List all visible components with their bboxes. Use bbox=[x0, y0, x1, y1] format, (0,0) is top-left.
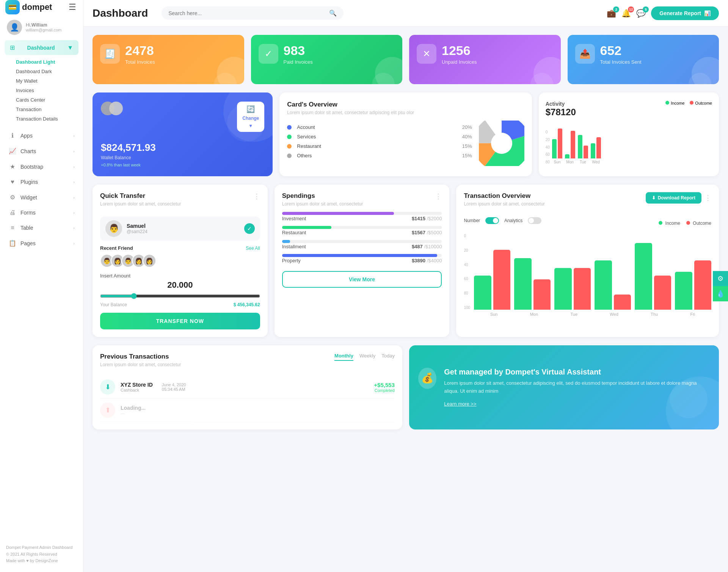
topbar: Dashboard 🔍 💼 2 🔔 12 💬 5 Generate Report… bbox=[83, 0, 728, 27]
bigbar-fri-outcome bbox=[694, 260, 712, 310]
subnav-transaction-details[interactable]: Transaction Details bbox=[12, 114, 83, 124]
sidebar-item-pages[interactable]: 📋Pages › bbox=[5, 236, 78, 251]
bar-wed-income bbox=[591, 143, 595, 158]
subnav-dashboard-light[interactable]: Dashboard Light bbox=[12, 57, 83, 67]
outcome-dot bbox=[690, 101, 693, 105]
recent-friends-avatars: 👨 👩 👨 👩 👩 bbox=[100, 254, 260, 268]
sidebar-item-bootstrap[interactable]: ★Bootstrap › bbox=[5, 159, 78, 174]
water-side-icon[interactable]: 💧 bbox=[713, 286, 728, 301]
sidebar-item-table[interactable]: ≡Table › bbox=[5, 221, 78, 235]
plugins-icon: ♥ bbox=[8, 179, 17, 185]
spendings-menu-icon[interactable]: ⋮ bbox=[435, 192, 442, 201]
balance-row: Your Balance $ 456,345.62 bbox=[100, 302, 260, 307]
stat-icon-invoices: 🧾 bbox=[100, 44, 120, 64]
pages-chevron: › bbox=[73, 241, 75, 246]
insert-amount-label: Insert Amount bbox=[100, 273, 260, 279]
messages-badge: 5 bbox=[643, 6, 649, 13]
subnav-cards-center[interactable]: Cards Center bbox=[12, 95, 83, 105]
toggle-analytics[interactable] bbox=[528, 217, 541, 224]
sidebar-item-plugins[interactable]: ♥Plugins › bbox=[5, 175, 78, 189]
hamburger-icon[interactable]: ☰ bbox=[69, 2, 76, 12]
quick-transfer-menu-icon[interactable]: ⋮ bbox=[253, 192, 260, 201]
wallet-icon-btn[interactable]: 💼 2 bbox=[607, 9, 616, 18]
wallet-badge: 2 bbox=[613, 6, 619, 13]
download-report-button[interactable]: ⬇ Download Report bbox=[646, 192, 701, 204]
search-box[interactable]: 🔍 bbox=[162, 6, 344, 20]
apps-icon: ℹ bbox=[8, 132, 17, 139]
tab-weekly[interactable]: Weekly bbox=[359, 353, 375, 361]
amount-display: 20.000 bbox=[100, 280, 260, 290]
subnav-transaction[interactable]: Transaction bbox=[12, 105, 83, 114]
amount-slider[interactable] bbox=[100, 293, 260, 299]
bar-mon-outcome bbox=[571, 131, 575, 158]
subnav-dashboard-dark[interactable]: Dashboard Dark bbox=[12, 67, 83, 76]
main-content: Dashboard 🔍 💼 2 🔔 12 💬 5 Generate Report… bbox=[83, 0, 728, 572]
tx-overview-menu-icon[interactable]: ⋮ bbox=[704, 194, 711, 202]
legend-dot-account bbox=[287, 125, 292, 130]
search-input[interactable] bbox=[168, 10, 326, 16]
bar-labels-mini: Sun Mon Tue Wed bbox=[552, 160, 712, 164]
forms-icon: 🖨 bbox=[8, 209, 17, 216]
charts-icon: 📈 bbox=[8, 147, 17, 155]
spending-property: Property $3890 /$4000 bbox=[282, 254, 442, 263]
wallet-change: +0.8% than last week bbox=[101, 163, 232, 167]
tx-time-line: 05:34:45 AM bbox=[162, 387, 186, 392]
bar-chart-icon: 📊 bbox=[704, 10, 711, 16]
dashboard-icon: ⊞ bbox=[10, 44, 15, 51]
topbar-actions: 💼 2 🔔 12 💬 5 Generate Report 📊 bbox=[607, 6, 719, 20]
bar-tue-income bbox=[578, 135, 582, 158]
forms-chevron: › bbox=[73, 210, 75, 215]
legend-dot-others bbox=[287, 154, 292, 158]
spendings-card: Spendings Lorem ipsum dolor sit amet, co… bbox=[275, 185, 450, 337]
spending-installment: Installment $487 /$10000 bbox=[282, 240, 442, 249]
tx-icon-2: ⬆ bbox=[100, 403, 115, 418]
stat-label-total: Total Invoices bbox=[125, 59, 155, 65]
footer-line1: Dompet Payment Admin Dashboard bbox=[6, 544, 77, 551]
transfer-now-button[interactable]: TRANSFER NOW bbox=[100, 313, 260, 329]
widget-icon: ⚙ bbox=[8, 194, 17, 201]
outcome-label: Outcome bbox=[695, 101, 712, 105]
tab-monthly[interactable]: Monthly bbox=[334, 353, 353, 361]
tx-outcome-label: Outcome bbox=[693, 221, 711, 226]
spending-property-label: Property bbox=[282, 258, 301, 263]
sidebar-item-dashboard[interactable]: ⊞ Dashboard ▼ bbox=[5, 40, 78, 55]
logo-text: dompet bbox=[22, 2, 52, 12]
sidebar-item-charts[interactable]: 📈Charts › bbox=[5, 144, 78, 158]
sidebar: 💳 dompet ☰ 👤 Hi,William william@gmail.co… bbox=[0, 0, 83, 572]
cards-overview-card: Card's Overview Lorem ipsum dolor sit am… bbox=[279, 92, 532, 176]
plugins-label: Plugins bbox=[20, 179, 38, 185]
va-title: Get managed by Dompet's Virtual Assistan… bbox=[444, 368, 710, 376]
bar-wed-outcome bbox=[596, 137, 601, 158]
subnav-invoices[interactable]: Invoices bbox=[12, 86, 83, 95]
generate-report-button[interactable]: Generate Report 📊 bbox=[651, 6, 719, 20]
va-icon: 💰 bbox=[418, 368, 436, 389]
spending-installment-label: Installment bbox=[282, 244, 306, 249]
logo-icon: 💳 bbox=[5, 0, 20, 14]
friend-avatar-5: 👩 bbox=[143, 254, 156, 268]
va-learn-more-link[interactable]: Learn more >> bbox=[444, 401, 476, 407]
settings-side-icon[interactable]: ⚙ bbox=[713, 271, 728, 286]
messages-icon-btn[interactable]: 💬 5 bbox=[636, 9, 646, 18]
widget-chevron: › bbox=[73, 195, 75, 200]
legend-others: Others 15% bbox=[287, 153, 472, 158]
card-circle-2 bbox=[109, 102, 123, 115]
bigbar-sun-outcome bbox=[493, 250, 511, 310]
bar-sun-income bbox=[552, 139, 557, 158]
prev-tx-subtitle: Lorem ipsum dolor sit amet, consectetur bbox=[100, 362, 181, 367]
greeting: Hi,William bbox=[26, 22, 61, 28]
sidebar-item-widget[interactable]: ⚙Widget › bbox=[5, 190, 78, 205]
bar-mon-income bbox=[565, 154, 570, 158]
sidebar-item-forms[interactable]: 🖨Forms › bbox=[5, 205, 78, 220]
toggle-number[interactable] bbox=[485, 217, 499, 224]
selected-user-avatar: 👨 bbox=[105, 220, 122, 237]
sidebar-item-apps[interactable]: ℹApps › bbox=[5, 128, 78, 143]
stat-number-unpaid: 1256 bbox=[442, 44, 477, 57]
stat-icon-unpaid: ✕ bbox=[417, 44, 436, 64]
user-info: Hi,William william@gmail.com bbox=[26, 22, 61, 32]
tab-today[interactable]: Today bbox=[381, 353, 395, 361]
view-more-button[interactable]: View More bbox=[282, 271, 442, 288]
subnav-my-wallet[interactable]: My Wallet bbox=[12, 76, 83, 86]
notification-icon-btn[interactable]: 🔔 12 bbox=[621, 9, 631, 18]
wallet-card: $824,571.93 Wallet Balance +0.8% than la… bbox=[93, 92, 273, 176]
see-all-link[interactable]: See All bbox=[246, 246, 260, 251]
